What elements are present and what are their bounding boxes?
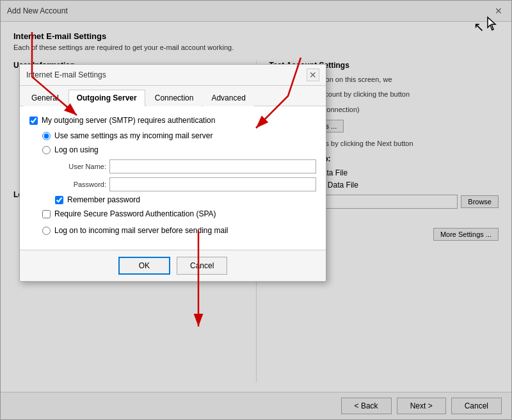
radio-logon[interactable] — [42, 146, 51, 154]
smtp-checkbox-row: My outgoing server (SMTP) requires authe… — [29, 116, 316, 125]
modal-tabs: General Outgoing Server Connection Advan… — [20, 86, 326, 106]
require-spa-label: Require Secure Password Authentication (… — [54, 209, 216, 218]
modal-password-label: Password: — [55, 181, 106, 188]
modal-close-button[interactable]: ✕ — [307, 69, 319, 81]
radio-logon-label: Log on using — [54, 145, 99, 154]
tab-general[interactable]: General — [23, 90, 67, 106]
modal-password-input[interactable] — [109, 177, 316, 191]
tab-advanced[interactable]: Advanced — [203, 90, 253, 106]
modal-titlebar: Internet E-mail Settings ✕ — [20, 65, 326, 86]
modal-footer: OK Cancel — [20, 250, 326, 281]
radio-same-settings-row: Use same settings as my incoming mail se… — [42, 131, 316, 140]
remember-password-checkbox[interactable] — [55, 196, 63, 204]
modal-password-row: Password: — [55, 177, 316, 191]
remember-password-row: Remember password — [55, 195, 316, 204]
modal-username-label: User Name: — [55, 163, 106, 170]
radio-same-settings-label: Use same settings as my incoming mail se… — [54, 131, 212, 140]
modal-ok-button[interactable]: OK — [118, 257, 170, 275]
smtp-checkbox[interactable] — [29, 117, 38, 125]
smtp-checkbox-label: My outgoing server (SMTP) requires authe… — [42, 116, 215, 125]
modal-body: My outgoing server (SMTP) requires authe… — [20, 106, 326, 250]
modal-dialog: Internet E-mail Settings ✕ General Outgo… — [19, 64, 326, 282]
logon-incoming-label: Log on to incoming mail server before se… — [54, 226, 228, 235]
modal-username-row: User Name: — [55, 159, 316, 174]
radio-logon-row: Log on using — [42, 145, 316, 154]
radio-same-settings[interactable] — [42, 132, 51, 140]
modal-title: Internet E-mail Settings — [26, 70, 106, 79]
tab-outgoing-server[interactable]: Outgoing Server — [68, 90, 145, 106]
modal-cancel-button[interactable]: Cancel — [177, 257, 227, 275]
remember-password-label: Remember password — [67, 195, 140, 204]
require-spa-checkbox[interactable] — [42, 210, 51, 218]
require-spa-row: Require Secure Password Authentication (… — [42, 209, 316, 218]
logon-incoming-radio[interactable] — [42, 227, 51, 235]
logon-incoming-row: Log on to incoming mail server before se… — [42, 226, 316, 235]
modal-username-input[interactable] — [109, 159, 316, 174]
tab-connection[interactable]: Connection — [147, 90, 202, 106]
